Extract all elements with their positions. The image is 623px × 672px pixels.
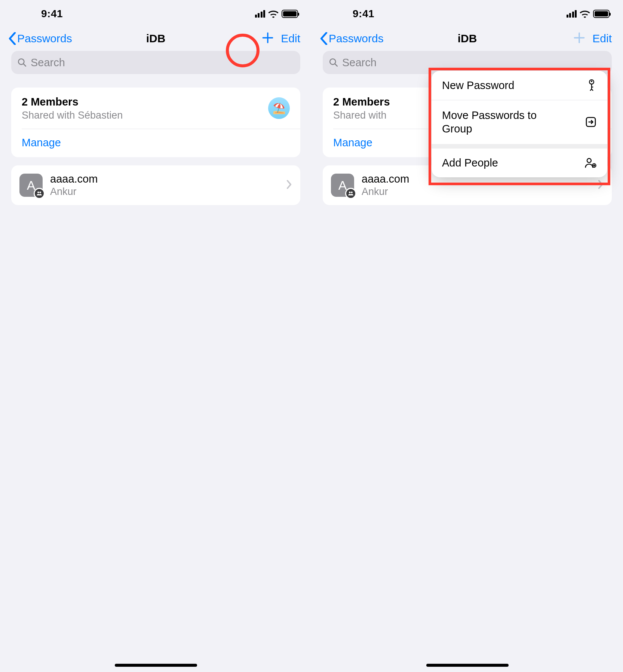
add-menu-popup: New Password Move Passwords to Group Add…	[432, 71, 607, 177]
status-bar: 9:41	[312, 0, 623, 28]
cellular-icon	[567, 10, 577, 18]
home-indicator	[426, 664, 509, 667]
edit-button[interactable]: Edit	[592, 32, 612, 45]
manage-button[interactable]: Manage	[11, 129, 300, 157]
edit-button[interactable]: Edit	[281, 32, 300, 45]
menu-separator-thick	[432, 144, 607, 149]
menu-item-new-password[interactable]: New Password	[432, 71, 607, 100]
site-icon-wrap: A	[19, 174, 43, 197]
menu-item-label: New Password	[442, 79, 514, 92]
site-username: Ankur	[362, 186, 590, 198]
svg-line-1	[24, 64, 26, 66]
battery-icon	[593, 10, 610, 18]
status-time: 9:41	[41, 8, 63, 20]
back-button[interactable]: Passwords	[8, 32, 72, 45]
site-title: aaaa.com	[50, 173, 279, 185]
menu-item-add-people[interactable]: Add People	[432, 149, 607, 177]
plus-icon	[261, 31, 274, 44]
group-members-row[interactable]: 2 Members Shared with Sébastien ⛱️	[11, 88, 300, 129]
chevron-left-icon	[8, 32, 16, 45]
back-label: Passwords	[329, 32, 384, 45]
screenshot-left: 9:41 Passwords iDB Edit	[0, 0, 312, 672]
menu-item-move-passwords[interactable]: Move Passwords to Group	[432, 100, 607, 144]
nav-bar: Passwords iDB Edit	[0, 28, 312, 51]
add-button[interactable]	[573, 31, 586, 46]
plus-icon	[573, 31, 586, 44]
home-indicator	[115, 664, 197, 667]
search-placeholder: Search	[31, 56, 65, 69]
search-icon	[329, 58, 338, 67]
members-count: 2 Members	[22, 96, 291, 108]
battery-icon	[282, 10, 298, 18]
password-list: A aaaa.com Ankur	[11, 165, 300, 205]
search-placeholder: Search	[342, 56, 377, 69]
status-time: 9:41	[353, 8, 374, 20]
password-item[interactable]: A aaaa.com Ankur	[11, 165, 300, 205]
cellular-icon	[255, 10, 266, 18]
shared-badge-icon	[34, 188, 45, 199]
move-to-icon	[585, 116, 597, 128]
nav-bar: Passwords iDB Edit	[312, 28, 623, 51]
site-icon-wrap: A	[331, 174, 354, 197]
chevron-right-icon	[286, 180, 292, 191]
site-username: Ankur	[50, 186, 279, 198]
status-indicators	[255, 10, 298, 18]
shared-badge-icon	[345, 188, 356, 199]
wifi-icon	[268, 10, 279, 18]
search-input[interactable]: Search	[11, 51, 300, 74]
person-add-icon	[584, 157, 597, 168]
group-info-card: 2 Members Shared with Sébastien ⛱️ Manag…	[11, 88, 300, 157]
wifi-icon	[580, 10, 590, 18]
shared-with-label: Shared with Sébastien	[22, 110, 291, 121]
status-bar: 9:41	[0, 0, 312, 28]
svg-line-3	[335, 64, 337, 66]
search-icon	[17, 58, 27, 67]
menu-item-label: Move Passwords to Group	[442, 109, 562, 136]
member-avatar: ⛱️	[268, 97, 290, 119]
add-button[interactable]	[261, 31, 274, 46]
key-icon	[586, 79, 597, 92]
chevron-right-icon	[598, 180, 604, 191]
back-label: Passwords	[17, 32, 72, 45]
status-indicators	[567, 10, 610, 18]
svg-point-5	[591, 80, 592, 82]
screenshot-right: 9:41 Passwords iDB Edit	[312, 0, 623, 672]
menu-item-label: Add People	[442, 157, 498, 169]
svg-point-7	[587, 158, 591, 162]
back-button[interactable]: Passwords	[320, 32, 384, 45]
chevron-left-icon	[320, 32, 328, 45]
